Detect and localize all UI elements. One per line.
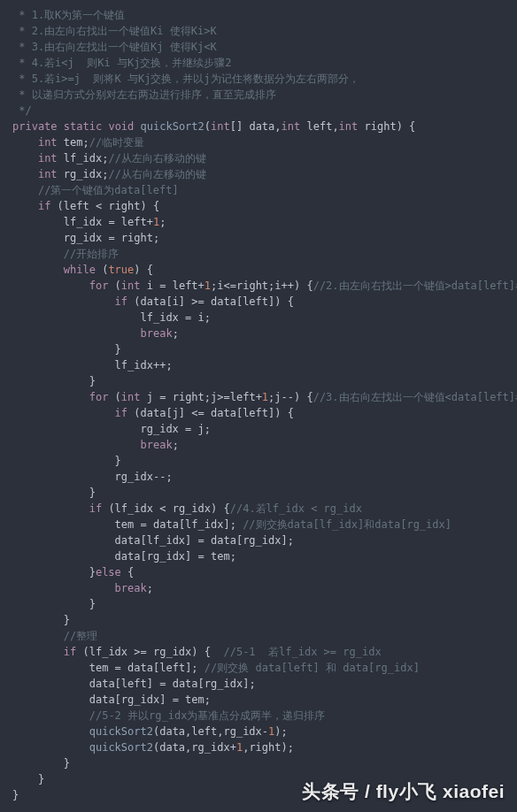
comment-line: //整理 [64, 630, 97, 642]
comment-line: * 1.取K为第一个键值 [12, 9, 125, 21]
id-right: right [365, 120, 397, 133]
comment-inline: //5-1 若lf_idx >= rg_idx [223, 646, 381, 658]
id-data: data [249, 120, 274, 133]
id-tem: tem [64, 136, 83, 149]
comment-line: */ [12, 104, 32, 117]
num-one: 1 [153, 216, 159, 228]
kw-static: static [64, 120, 102, 133]
comment-line: * 2.由左向右找出一个键值Ki 使得Ki>K [12, 25, 217, 37]
kw-while: while [64, 264, 96, 276]
kw-int: int [339, 120, 359, 133]
comment-inline: //从右向左移动的键 [108, 168, 205, 180]
kw-int: int [211, 120, 230, 133]
fn-name: quickSort2 [141, 120, 204, 133]
comment-inline: //临时变量 [89, 136, 144, 149]
kw-int: int [38, 136, 58, 149]
id-lfidx: lf_idx [64, 152, 102, 165]
comment-inline: //4.若lf_idx < rg_idx [230, 502, 362, 515]
comment-line: * 3.由右向左找出一个键值Kj 使得Kj<K [12, 41, 217, 53]
comment-line: //5-2 并以rg_idx为基准点分成两半，递归排序 [89, 709, 326, 722]
comment-line: //开始排序 [64, 248, 119, 260]
comment-line: //第一个键值为data[left] [38, 184, 179, 196]
comment-inline: //则交换 data[left] 和 data[rg_idx] [198, 662, 420, 674]
kw-for: for [89, 280, 109, 292]
watermark: 头条号 / fly小飞 xiaofei [302, 784, 505, 800]
comment-inline: //则交换data[lf_idx]和data[rg_idx] [236, 518, 451, 531]
comment-line: * 以递归方式分别对左右两边进行排序，直至完成排序 [12, 88, 276, 101]
kw-break: break [141, 327, 173, 340]
kw-if: if [38, 200, 50, 212]
kw-else: else [96, 566, 121, 578]
comment-inline: //2.由左向右找出一个键值>data[left]者 [313, 280, 517, 292]
comment-line: * 5.若i>=j 则将K 与Kj交换，并以j为记住将数据分为左右两部分， [12, 73, 359, 85]
kw-private: private [12, 120, 58, 133]
kw-true: true [108, 264, 134, 276]
kw-int: int [38, 168, 58, 180]
id-left: left [306, 120, 332, 133]
kw-void: void [108, 120, 134, 133]
comment-inline: //3.由右向左找出一个键值<data[left]者 [313, 391, 517, 403]
id-rgidx: rg_idx [64, 168, 102, 180]
kw-int: int [282, 120, 301, 133]
comment-line: * 4.若i<j 则Ki 与Kj交换，并继续步骤2 [12, 57, 232, 69]
code-block: * 1.取K为第一个键值 * 2.由左向右找出一个键值Ki 使得Ki>K * 3… [12, 7, 505, 803]
kw-int: int [38, 152, 58, 165]
comment-inline: //从左向右移动的键 [108, 152, 205, 165]
